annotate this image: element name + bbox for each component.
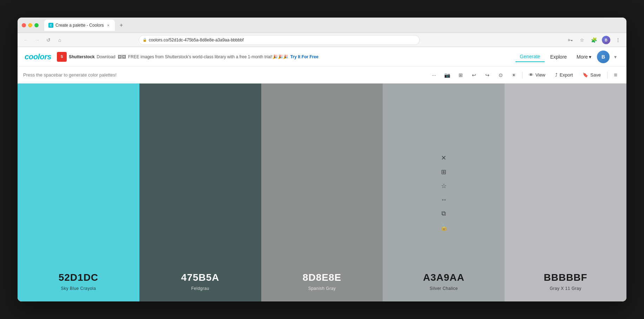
color-hex-4: A3A9AA [423, 272, 465, 283]
share-icon: ⤴ [555, 72, 558, 78]
toolbar-divider-1 [522, 72, 523, 79]
home-button[interactable]: ⌂ [55, 36, 64, 44]
save-label: Save [590, 72, 601, 78]
address-bar-input[interactable]: 🔒 coolors.co/52d1dc-475b5a-8d8e8e-a3a9aa… [139, 35, 420, 45]
nav-explore-link[interactable]: Explore [546, 52, 571, 62]
shutterstock-image-icon: 🖼🖼 [118, 54, 126, 59]
grid-view-button[interactable]: ⊞ [455, 70, 466, 80]
more-options-button[interactable]: ··· [429, 70, 439, 80]
minimize-window-button[interactable] [28, 23, 32, 27]
export-label: Export [560, 72, 573, 78]
shutterstock-promo: S Shutterstock Download 🖼🖼 FREE images f… [57, 52, 318, 62]
color-name-1: Sky Blue Crayola [61, 286, 96, 291]
eye-icon: 👁 [529, 72, 533, 78]
user-account-button[interactable]: B [597, 51, 610, 63]
lock-icon: 🔒 [143, 38, 147, 42]
shutterstock-detail: FREE images from Shutterstock's world-cl… [128, 54, 288, 59]
url-display: coolors.co/52d1dc-475b5a-8d8e8e-a3a9aa-b… [149, 38, 244, 42]
forward-button[interactable]: → [33, 36, 41, 44]
toolbar-actions: ··· 📷 ⊞ ↩ ↪ ⊙ ☀ 👁 View ⤴ Export 🔖 S [429, 70, 621, 80]
nav-generate-link[interactable]: Generate [515, 52, 544, 62]
browser-window: C Create a palette - Coolors × + ← → ↺ ⌂… [18, 18, 626, 301]
app-content: coolors S Shutterstock Download 🖼🖼 FREE … [18, 47, 626, 301]
color-4-icons: ✕ ⊞ ☆ ↔ ⧉ 🔒 [440, 154, 448, 231]
browser-menu-icon[interactable]: ⋮ [614, 36, 622, 44]
palette-area: 52D1DC Sky Blue Crayola 475B5A Feldgrau … [18, 84, 626, 301]
export-button[interactable]: ⤴ Export [552, 70, 577, 80]
color-swatch-1[interactable]: 52D1DC Sky Blue Crayola [18, 84, 139, 301]
undo-button[interactable]: ↩ [469, 70, 479, 80]
new-tab-button[interactable]: + [116, 20, 126, 30]
nav-more-chevron: ▾ [589, 54, 591, 60]
back-button[interactable]: ← [22, 36, 30, 44]
color-name-2: Feldgrau [191, 286, 209, 291]
favorite-color-icon[interactable]: ☆ [441, 182, 447, 190]
coolors-logo[interactable]: coolors [25, 52, 51, 61]
tab-favicon: C [48, 23, 53, 28]
lock-color-icon[interactable]: 🔒 [440, 224, 448, 231]
view-label: View [535, 72, 545, 78]
adjust-color-icon[interactable]: ⊞ [441, 168, 446, 176]
color-hex-2: 475B5A [181, 272, 219, 283]
drag-color-icon[interactable]: ↔ [441, 196, 447, 204]
tab-title: Create a palette - Coolors [55, 23, 104, 28]
extensions-icon[interactable]: 🧩 [590, 36, 598, 44]
shutterstock-name: Shutterstock [69, 54, 94, 59]
shutterstock-cta[interactable]: Try It For Free [290, 54, 318, 59]
bookmark-star-icon[interactable]: ☆ [578, 36, 586, 44]
shutterstock-logo: S [57, 52, 67, 62]
browser-user-avatar[interactable]: B [602, 36, 610, 44]
title-bar: C Create a palette - Coolors × + [18, 18, 626, 33]
app-nav: coolors S Shutterstock Download 🖼🖼 FREE … [18, 47, 626, 67]
color-swatch-3[interactable]: 8D8E8E Spanish Gray [261, 84, 383, 301]
brightness-button[interactable]: ☀ [509, 70, 519, 80]
maximize-window-button[interactable] [34, 23, 39, 27]
copy-color-icon[interactable]: ⧉ [441, 210, 446, 217]
shutterstock-promo-text: Download [97, 54, 115, 59]
spacebar-hint: Press the spacebar to generate color pal… [23, 72, 425, 78]
key-icon[interactable]: 🗝 [566, 36, 574, 44]
color-swatch-5[interactable]: BBBBBF Gray X 11 Gray [505, 84, 626, 301]
traffic-lights [22, 23, 39, 27]
contrast-button[interactable]: ⊙ [495, 70, 506, 80]
redo-button[interactable]: ↪ [482, 70, 493, 80]
browser-action-buttons: 🗝 ☆ 🧩 B ⋮ [566, 36, 622, 44]
color-name-5: Gray X 11 Gray [550, 286, 581, 291]
save-button[interactable]: 🔖 Save [579, 70, 604, 80]
tab-area: C Create a palette - Coolors × + [44, 20, 622, 31]
toolbar-divider-2 [607, 72, 607, 79]
toolbar: Press the spacebar to generate color pal… [18, 67, 626, 84]
user-menu-chevron[interactable]: ▾ [611, 53, 619, 61]
color-hex-5: BBBBBF [544, 272, 587, 283]
color-name-3: Spanish Gray [308, 286, 336, 291]
color-swatch-2[interactable]: 475B5A Feldgrau [139, 84, 261, 301]
color-hex-1: 52D1DC [59, 272, 98, 283]
delete-color-icon[interactable]: ✕ [441, 154, 446, 162]
hamburger-menu-button[interactable]: ≡ [610, 70, 621, 80]
close-window-button[interactable] [22, 23, 26, 27]
color-name-4: Silver Chalice [430, 286, 458, 291]
nav-more-label: More [577, 54, 588, 60]
address-bar: ← → ↺ ⌂ 🔒 coolors.co/52d1dc-475b5a-8d8e8… [18, 33, 626, 47]
bookmark-icon: 🔖 [583, 72, 588, 78]
color-swatch-4[interactable]: ✕ ⊞ ☆ ↔ ⧉ 🔒 A3A9AA Silver Chalice [383, 84, 505, 301]
view-button[interactable]: 👁 View [525, 70, 549, 80]
nav-more-link[interactable]: More ▾ [572, 52, 596, 62]
nav-right: Generate Explore More ▾ B ▾ [515, 51, 619, 63]
refresh-button[interactable]: ↺ [44, 36, 53, 44]
tab-close-button[interactable]: × [106, 23, 111, 28]
color-hex-3: 8D8E8E [303, 272, 341, 283]
camera-button[interactable]: 📷 [442, 70, 453, 80]
browser-tab[interactable]: C Create a palette - Coolors × [44, 20, 115, 31]
